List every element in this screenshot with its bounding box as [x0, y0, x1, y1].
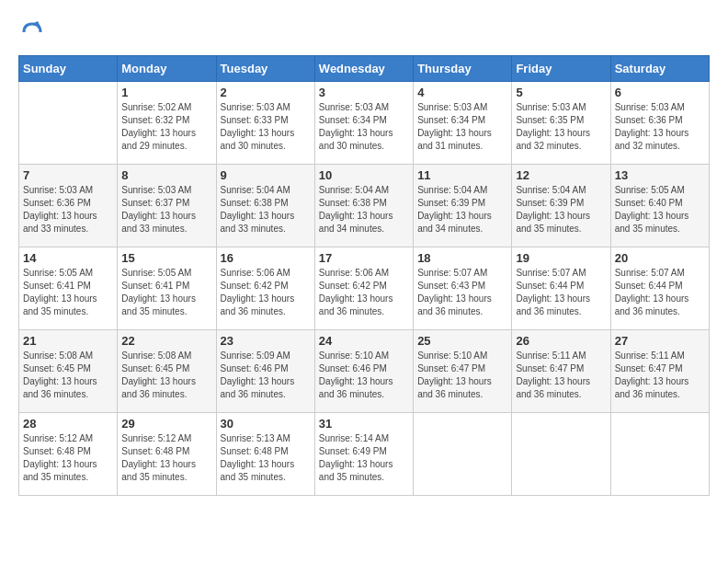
day-info: Sunrise: 5:05 AM Sunset: 6:40 PM Dayligh…	[615, 184, 705, 236]
weekday-monday: Monday	[118, 56, 216, 82]
calendar-day-cell: 26 Sunrise: 5:11 AM Sunset: 6:47 PM Dayl…	[512, 330, 610, 413]
day-info: Sunrise: 5:11 AM Sunset: 6:47 PM Dayligh…	[615, 350, 705, 401]
sunrise-text: Sunrise: 5:05 AM	[23, 267, 113, 280]
day-number: 27	[615, 334, 705, 348]
calendar-day-cell: 29 Sunrise: 5:12 AM Sunset: 6:48 PM Dayl…	[118, 413, 216, 496]
calendar-day-cell: 14 Sunrise: 5:05 AM Sunset: 6:41 PM Dayl…	[19, 247, 118, 330]
day-info: Sunrise: 5:03 AM Sunset: 6:36 PM Dayligh…	[615, 101, 705, 153]
sunset-text: Sunset: 6:45 PM	[23, 362, 113, 375]
calendar-day-cell: 6 Sunrise: 5:03 AM Sunset: 6:36 PM Dayli…	[610, 82, 709, 165]
calendar-day-cell: 5 Sunrise: 5:03 AM Sunset: 6:35 PM Dayli…	[512, 82, 610, 165]
day-info: Sunrise: 5:04 AM Sunset: 6:38 PM Dayligh…	[319, 184, 409, 236]
daylight-text: Daylight: 13 hours and 35 minutes.	[121, 458, 211, 484]
calendar-day-cell: 30 Sunrise: 5:13 AM Sunset: 6:48 PM Dayl…	[216, 413, 314, 496]
daylight-text: Daylight: 13 hours and 35 minutes.	[319, 458, 409, 484]
sunset-text: Sunset: 6:37 PM	[121, 197, 211, 210]
sunrise-text: Sunrise: 5:11 AM	[615, 350, 705, 362]
day-info: Sunrise: 5:04 AM Sunset: 6:38 PM Dayligh…	[221, 184, 311, 236]
calendar-day-cell: 3 Sunrise: 5:03 AM Sunset: 6:34 PM Dayli…	[314, 82, 413, 165]
sunrise-text: Sunrise: 5:05 AM	[615, 184, 705, 197]
page-header	[18, 18, 710, 46]
sunrise-text: Sunrise: 5:03 AM	[319, 101, 409, 114]
calendar-day-cell	[512, 413, 610, 496]
sunset-text: Sunset: 6:39 PM	[417, 197, 507, 210]
day-info: Sunrise: 5:10 AM Sunset: 6:47 PM Dayligh…	[417, 350, 507, 401]
day-number: 21	[23, 334, 113, 348]
sunrise-text: Sunrise: 5:06 AM	[221, 267, 311, 280]
daylight-text: Daylight: 13 hours and 30 minutes.	[319, 127, 409, 153]
calendar-day-cell: 4 Sunrise: 5:03 AM Sunset: 6:34 PM Dayli…	[414, 82, 512, 165]
sunrise-text: Sunrise: 5:08 AM	[121, 350, 211, 362]
day-number: 30	[221, 417, 311, 431]
day-number: 26	[516, 334, 606, 348]
daylight-text: Daylight: 13 hours and 33 minutes.	[23, 210, 113, 236]
day-number: 15	[121, 251, 211, 265]
day-number: 31	[319, 417, 409, 431]
weekday-tuesday: Tuesday	[216, 56, 314, 82]
day-info: Sunrise: 5:03 AM Sunset: 6:34 PM Dayligh…	[417, 101, 507, 153]
day-info: Sunrise: 5:07 AM Sunset: 6:44 PM Dayligh…	[516, 267, 606, 318]
day-info: Sunrise: 5:03 AM Sunset: 6:36 PM Dayligh…	[23, 184, 113, 236]
calendar-week-row: 7 Sunrise: 5:03 AM Sunset: 6:36 PM Dayli…	[19, 165, 710, 247]
sunset-text: Sunset: 6:40 PM	[615, 197, 705, 210]
day-info: Sunrise: 5:12 AM Sunset: 6:48 PM Dayligh…	[121, 432, 211, 484]
logo	[18, 18, 50, 46]
sunset-text: Sunset: 6:39 PM	[516, 197, 606, 210]
day-info: Sunrise: 5:06 AM Sunset: 6:42 PM Dayligh…	[319, 267, 409, 318]
daylight-text: Daylight: 13 hours and 35 minutes.	[615, 210, 705, 236]
sunrise-text: Sunrise: 5:07 AM	[417, 267, 507, 280]
day-number: 6	[615, 86, 705, 99]
day-info: Sunrise: 5:02 AM Sunset: 6:32 PM Dayligh…	[121, 101, 211, 153]
daylight-text: Daylight: 13 hours and 34 minutes.	[417, 210, 507, 236]
calendar-day-cell: 19 Sunrise: 5:07 AM Sunset: 6:44 PM Dayl…	[512, 247, 610, 330]
weekday-saturday: Saturday	[610, 56, 709, 82]
calendar-day-cell	[414, 413, 512, 496]
sunset-text: Sunset: 6:35 PM	[516, 114, 606, 127]
calendar-body: 1 Sunrise: 5:02 AM Sunset: 6:32 PM Dayli…	[19, 82, 710, 496]
day-number: 2	[221, 86, 311, 99]
day-info: Sunrise: 5:03 AM Sunset: 6:33 PM Dayligh…	[221, 101, 311, 153]
daylight-text: Daylight: 13 hours and 36 minutes.	[319, 293, 409, 318]
calendar-table: SundayMondayTuesdayWednesdayThursdayFrid…	[18, 55, 710, 496]
calendar-day-cell: 27 Sunrise: 5:11 AM Sunset: 6:47 PM Dayl…	[610, 330, 709, 413]
calendar-day-cell: 15 Sunrise: 5:05 AM Sunset: 6:41 PM Dayl…	[118, 247, 216, 330]
weekday-sunday: Sunday	[19, 56, 118, 82]
calendar-day-cell: 13 Sunrise: 5:05 AM Sunset: 6:40 PM Dayl…	[610, 165, 709, 247]
day-number: 22	[121, 334, 211, 348]
sunrise-text: Sunrise: 5:04 AM	[516, 184, 606, 197]
day-number: 11	[417, 168, 507, 182]
day-info: Sunrise: 5:03 AM Sunset: 6:37 PM Dayligh…	[121, 184, 211, 236]
calendar-week-row: 21 Sunrise: 5:08 AM Sunset: 6:45 PM Dayl…	[19, 330, 710, 413]
sunset-text: Sunset: 6:44 PM	[615, 280, 705, 293]
sunset-text: Sunset: 6:43 PM	[417, 280, 507, 293]
sunset-text: Sunset: 6:46 PM	[221, 362, 311, 375]
calendar-day-cell: 22 Sunrise: 5:08 AM Sunset: 6:45 PM Dayl…	[118, 330, 216, 413]
day-info: Sunrise: 5:05 AM Sunset: 6:41 PM Dayligh…	[23, 267, 113, 318]
calendar-day-cell: 20 Sunrise: 5:07 AM Sunset: 6:44 PM Dayl…	[610, 247, 709, 330]
sunrise-text: Sunrise: 5:03 AM	[516, 101, 606, 114]
calendar-day-cell: 16 Sunrise: 5:06 AM Sunset: 6:42 PM Dayl…	[216, 247, 314, 330]
day-number: 19	[516, 251, 606, 265]
sunrise-text: Sunrise: 5:12 AM	[121, 432, 211, 445]
day-number: 28	[23, 417, 113, 431]
daylight-text: Daylight: 13 hours and 31 minutes.	[417, 127, 507, 153]
sunset-text: Sunset: 6:34 PM	[417, 114, 507, 127]
sunset-text: Sunset: 6:38 PM	[221, 197, 311, 210]
sunset-text: Sunset: 6:41 PM	[121, 280, 211, 293]
weekday-wednesday: Wednesday	[314, 56, 413, 82]
daylight-text: Daylight: 13 hours and 36 minutes.	[319, 375, 409, 401]
sunset-text: Sunset: 6:42 PM	[221, 280, 311, 293]
sunset-text: Sunset: 6:41 PM	[23, 280, 113, 293]
sunrise-text: Sunrise: 5:13 AM	[221, 432, 311, 445]
daylight-text: Daylight: 13 hours and 35 minutes.	[23, 293, 113, 318]
day-number: 16	[221, 251, 311, 265]
calendar-day-cell	[19, 82, 118, 165]
sunset-text: Sunset: 6:32 PM	[121, 114, 211, 127]
calendar-day-cell: 2 Sunrise: 5:03 AM Sunset: 6:33 PM Dayli…	[216, 82, 314, 165]
weekday-thursday: Thursday	[414, 56, 512, 82]
sunset-text: Sunset: 6:47 PM	[615, 362, 705, 375]
day-number: 17	[319, 251, 409, 265]
daylight-text: Daylight: 13 hours and 34 minutes.	[319, 210, 409, 236]
daylight-text: Daylight: 13 hours and 36 minutes.	[221, 375, 311, 401]
sunset-text: Sunset: 6:48 PM	[23, 445, 113, 458]
